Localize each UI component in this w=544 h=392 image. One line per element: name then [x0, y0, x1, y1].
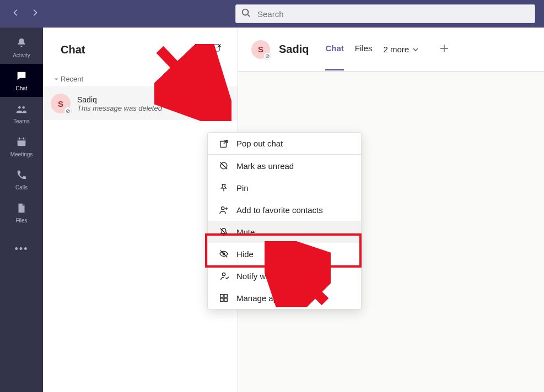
avatar: S — [251, 40, 270, 59]
menu-item-hide[interactable]: Hide — [208, 243, 361, 265]
avatar-initial: S — [258, 45, 263, 54]
svg-rect-16 — [220, 298, 223, 301]
svg-rect-6 — [23, 137, 24, 139]
svg-point-2 — [22, 106, 24, 108]
pin-icon — [219, 183, 229, 193]
add-tab-button[interactable] — [439, 43, 450, 56]
filter-button[interactable] — [185, 43, 203, 56]
svg-rect-5 — [19, 137, 20, 139]
menu-item-pin[interactable]: Pin — [208, 177, 361, 199]
pop-out-icon — [219, 139, 229, 149]
rail-label: Files — [15, 217, 27, 224]
chat-item-preview: This message was deleted — [77, 104, 193, 112]
svg-point-11 — [222, 207, 224, 210]
section-label-text: Recent — [61, 75, 83, 83]
rail-item-meetings[interactable]: Meetings — [0, 130, 43, 163]
svg-point-1 — [18, 106, 20, 108]
app-rail: Activity Chat Teams Meetings Calls Files… — [0, 28, 43, 392]
tab-chat[interactable]: Chat — [325, 43, 343, 55]
new-chat-button[interactable] — [203, 43, 222, 56]
menu-item-manage-apps[interactable]: Manage apps — [208, 287, 361, 309]
menu-item-label: Notify when available — [236, 271, 315, 281]
conversation-title: Sadiq — [279, 43, 309, 56]
menu-item-label: Mute — [236, 227, 255, 237]
mute-icon — [219, 227, 229, 237]
tab-more-label: 2 more — [383, 45, 409, 54]
calendar-icon — [15, 136, 28, 150]
rail-label: Chat — [15, 85, 27, 91]
more-options-button[interactable]: ••• — [215, 99, 229, 108]
menu-item-label: Pop out chat — [236, 139, 283, 148]
history-nav — [12, 9, 39, 19]
rail-item-more[interactable]: ••• — [0, 232, 43, 265]
conversation-header: S Sadiq Chat Files 2 more — [238, 28, 544, 72]
chat-icon — [15, 70, 28, 84]
svg-rect-7 — [213, 45, 219, 51]
menu-item-label: Hide — [236, 249, 254, 259]
presence-offline-icon — [263, 52, 271, 60]
avatar: S — [51, 94, 71, 113]
svg-rect-17 — [224, 298, 227, 301]
chat-item-text: Sadiq This message was deleted — [77, 95, 193, 112]
title-bar — [0, 0, 544, 28]
menu-item-pop-out[interactable]: Pop out chat — [208, 133, 361, 155]
notify-icon — [219, 271, 229, 281]
chat-item-actions: ••• — [200, 97, 229, 110]
menu-item-mark-unread[interactable]: Mark as unread — [208, 155, 361, 177]
menu-item-label: Add to favorite contacts — [236, 205, 323, 215]
chat-context-menu: Pop out chat Mark as unread Pin Add to f… — [207, 132, 362, 309]
svg-rect-14 — [220, 295, 223, 297]
tab-more[interactable]: 2 more — [383, 45, 419, 54]
rail-label: Meetings — [10, 151, 33, 157]
svg-point-0 — [243, 9, 249, 15]
chat-list-header: Chat — [43, 28, 238, 72]
ellipsis-icon: ••• — [15, 243, 29, 255]
menu-item-notify[interactable]: Notify when available — [208, 265, 361, 287]
search-input[interactable] — [256, 9, 530, 19]
avatar-initial: S — [58, 99, 63, 108]
menu-item-label: Manage apps — [236, 293, 287, 303]
file-icon — [15, 202, 28, 216]
rail-label: Teams — [13, 118, 29, 124]
hide-icon — [219, 249, 229, 259]
rail-label: Activity — [13, 52, 30, 58]
back-button[interactable] — [12, 9, 20, 19]
forward-button[interactable] — [31, 9, 39, 19]
tab-files[interactable]: Files — [355, 43, 373, 55]
svg-rect-4 — [18, 138, 26, 140]
chevron-down-icon — [54, 77, 58, 81]
teams-icon — [15, 103, 28, 117]
rail-item-calls[interactable]: Calls — [0, 163, 43, 196]
rail-item-files[interactable]: Files — [0, 196, 43, 229]
chat-list-item[interactable]: S Sadiq This message was deleted ••• — [43, 87, 238, 120]
phone-icon — [15, 169, 28, 183]
presence-offline-icon — [64, 107, 72, 115]
menu-item-label: Mark as unread — [236, 161, 294, 171]
rail-item-activity[interactable]: Activity — [0, 31, 43, 64]
mark-unread-icon — [219, 161, 229, 171]
menu-item-mute[interactable]: Mute — [208, 221, 361, 243]
menu-item-label: Pin — [236, 183, 249, 193]
svg-rect-15 — [224, 295, 227, 297]
chat-item-name: Sadiq — [77, 95, 193, 104]
add-contact-icon — [219, 205, 229, 215]
rail-item-teams[interactable]: Teams — [0, 97, 43, 130]
chat-list-title: Chat — [61, 43, 185, 56]
apps-icon — [219, 293, 229, 303]
search-box[interactable] — [235, 4, 535, 23]
chevron-down-icon — [412, 46, 419, 53]
menu-item-favorite[interactable]: Add to favorite contacts — [208, 199, 361, 221]
search-icon — [241, 8, 251, 20]
pop-out-button[interactable] — [200, 97, 209, 110]
chat-section-recent[interactable]: Recent — [43, 72, 238, 87]
rail-label: Calls — [15, 184, 28, 190]
rail-item-chat[interactable]: Chat — [0, 64, 43, 97]
svg-point-13 — [222, 273, 225, 276]
conversation-tabs: Chat Files 2 more — [325, 43, 450, 56]
bell-icon — [15, 37, 28, 51]
